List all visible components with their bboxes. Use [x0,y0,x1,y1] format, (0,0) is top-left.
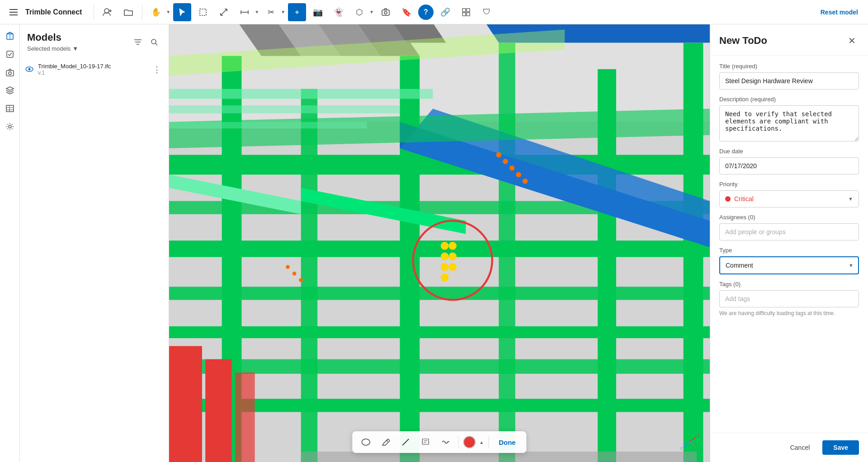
tags-label: Tags (0) [719,281,859,288]
due-date-input[interactable] [719,157,859,174]
svg-point-70 [441,263,449,271]
help-icon: ? [424,8,428,16]
title-field: Title (required) [719,63,859,90]
save-button[interactable]: Save [822,440,859,455]
type-label: Type [719,247,859,254]
models-filter-button[interactable] [131,35,145,49]
scale-button[interactable] [215,3,233,21]
assignees-input[interactable]: Add people or groups [719,223,859,240]
rect-select-button[interactable] [194,3,212,21]
todo-panel-title: New ToDo [719,35,767,47]
svg-point-79 [523,179,528,184]
pan-arrow[interactable]: ▼ [166,9,170,14]
svg-rect-21 [7,51,13,57]
measure-tool-group: ▼ [236,3,259,21]
models-search-button[interactable] [147,35,161,49]
main-content: Models Selected models ▼ [0,24,868,462]
svg-point-74 [448,263,457,271]
svg-line-94 [689,442,696,448]
grid-button[interactable] [457,3,475,21]
top-toolbar: Trimble Connect ✋ ▼ ▼ ✂ ▼ 📷 👻 ⬡ ▼ [0,0,868,24]
description-input[interactable]: Need to verify that selected elements ar… [719,105,859,141]
draw-ellipse-button[interactable] [358,434,374,450]
model-info: Trimble_Model_10-19-17.ifc v.1 [38,63,146,76]
svg-point-35 [28,68,31,70]
pan-button[interactable]: ✋ [147,3,165,21]
camera-button[interactable]: 📷 [309,3,327,21]
models-title-area: Models Selected models ▼ [27,32,78,52]
draw-done-button[interactable]: Done [493,437,521,448]
sidebar-item-3d[interactable] [2,28,18,44]
svg-point-23 [9,72,11,75]
draw-text-button[interactable] [417,434,434,450]
svg-rect-48 [169,326,710,338]
model-visibility-icon[interactable] [25,66,33,74]
svg-text:Y: Y [697,446,700,450]
separator-2 [142,5,142,19]
help-button[interactable]: ? [418,5,434,20]
svg-rect-49 [169,359,710,374]
due-date-field: Due date [719,148,859,174]
cut-arrow[interactable]: ▼ [281,9,285,14]
tag-button[interactable]: 🔖 [397,3,415,21]
type-select-wrapper: Comment Issue Clash [719,256,859,274]
svg-line-88 [402,439,409,445]
models-panel-subtitle[interactable]: Selected models ▼ [27,45,78,52]
draw-freehand-button[interactable] [437,434,453,450]
models-panel-header: Models Selected models ▼ [20,24,169,56]
model-item[interactable]: Trimble_Model_10-19-17.ifc v.1 ⋮ [20,59,169,80]
sidebar-item-settings[interactable] [2,118,18,135]
view3d-arrow[interactable]: ▼ [369,9,374,14]
view3d-button[interactable]: ⬡ [350,3,368,21]
sidebar-item-camera[interactable] [2,64,18,80]
tags-placeholder: Add tags [725,295,750,302]
model-version: v.1 [38,70,146,76]
tags-input[interactable]: Add tags [719,290,859,307]
markup-button[interactable] [288,3,306,21]
ghost-button[interactable]: 👻 [330,3,348,21]
svg-point-78 [516,172,521,177]
svg-rect-15 [462,9,466,12]
draw-pencil-button[interactable] [377,434,394,450]
screenshot-button[interactable] [377,3,395,21]
sidebar-item-table[interactable] [2,100,18,117]
svg-point-76 [503,159,508,164]
pan-tool-group: ✋ ▼ [147,3,170,21]
viewport[interactable]: ▲ Done X Y Z [169,24,710,462]
svg-point-77 [509,165,515,171]
model-more-button[interactable]: ⋮ [151,63,163,76]
todo-panel: New ToDo ✕ Title (required) Description … [710,24,868,462]
sidebar-item-layers[interactable] [2,82,18,99]
svg-point-71 [441,273,449,282]
todo-close-button[interactable]: ✕ [844,33,859,48]
menu-button[interactable] [5,3,23,21]
left-sidebar [0,24,20,462]
add-user-button[interactable] [99,3,117,21]
models-panel-title: Models [27,32,78,43]
drawing-toolbar: ▲ Done [352,431,526,453]
separator-1 [94,5,94,19]
svg-line-33 [156,43,157,45]
measure-arrow[interactable]: ▼ [255,9,259,14]
sidebar-item-todo[interactable] [2,46,18,62]
color-arrow[interactable]: ▲ [479,440,484,445]
link-button[interactable]: 🔗 [436,3,454,21]
cut-button[interactable]: ✂ [262,3,280,21]
measure-button[interactable] [236,3,254,21]
reset-model-button[interactable]: Reset model [815,6,863,19]
title-input[interactable] [719,72,859,90]
cancel-button[interactable]: Cancel [783,440,817,455]
assignees-field: Assignees (0) Add people or groups [719,214,859,240]
draw-line-button[interactable] [397,434,414,450]
assignees-placeholder: Add people or groups [725,228,786,236]
cut-tool-group: ✂ ▼ [262,3,285,21]
folder-button[interactable] [119,3,137,21]
shield-button[interactable]: 🛡 [478,3,496,21]
type-select[interactable]: Comment Issue Clash [719,256,859,274]
draw-separator [458,436,458,448]
priority-select[interactable]: Critical [719,190,859,207]
draw-color-picker[interactable] [463,436,476,448]
svg-text:Z: Z [680,446,683,450]
select-button[interactable] [173,3,191,21]
due-date-label: Due date [719,148,859,155]
